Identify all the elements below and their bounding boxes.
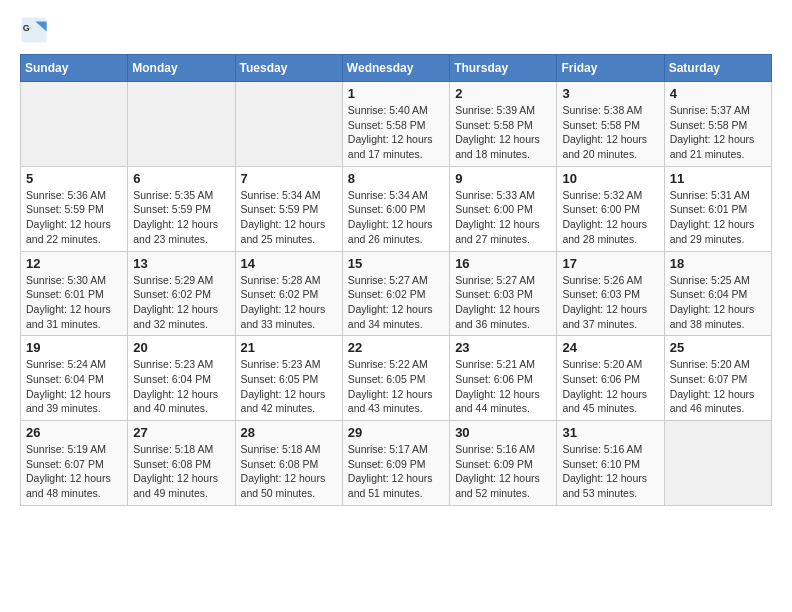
- day-info: Sunrise: 5:40 AM Sunset: 5:58 PM Dayligh…: [348, 103, 444, 162]
- day-info: Sunrise: 5:31 AM Sunset: 6:01 PM Dayligh…: [670, 188, 766, 247]
- day-info: Sunrise: 5:18 AM Sunset: 6:08 PM Dayligh…: [241, 442, 337, 501]
- day-info: Sunrise: 5:17 AM Sunset: 6:09 PM Dayligh…: [348, 442, 444, 501]
- calendar-header: SundayMondayTuesdayWednesdayThursdayFrid…: [21, 55, 772, 82]
- day-info: Sunrise: 5:30 AM Sunset: 6:01 PM Dayligh…: [26, 273, 122, 332]
- calendar-cell: 31Sunrise: 5:16 AM Sunset: 6:10 PM Dayli…: [557, 421, 664, 506]
- weekday-header-tuesday: Tuesday: [235, 55, 342, 82]
- day-info: Sunrise: 5:34 AM Sunset: 5:59 PM Dayligh…: [241, 188, 337, 247]
- calendar-cell: [128, 82, 235, 167]
- calendar-cell: 11Sunrise: 5:31 AM Sunset: 6:01 PM Dayli…: [664, 166, 771, 251]
- day-number: 7: [241, 171, 337, 186]
- day-number: 21: [241, 340, 337, 355]
- day-info: Sunrise: 5:23 AM Sunset: 6:04 PM Dayligh…: [133, 357, 229, 416]
- weekday-header-thursday: Thursday: [450, 55, 557, 82]
- weekday-header-sunday: Sunday: [21, 55, 128, 82]
- week-row-1: 5Sunrise: 5:36 AM Sunset: 5:59 PM Daylig…: [21, 166, 772, 251]
- calendar-cell: 10Sunrise: 5:32 AM Sunset: 6:00 PM Dayli…: [557, 166, 664, 251]
- day-info: Sunrise: 5:21 AM Sunset: 6:06 PM Dayligh…: [455, 357, 551, 416]
- day-info: Sunrise: 5:16 AM Sunset: 6:09 PM Dayligh…: [455, 442, 551, 501]
- week-row-4: 26Sunrise: 5:19 AM Sunset: 6:07 PM Dayli…: [21, 421, 772, 506]
- page: G SundayMondayTuesdayWednesdayThursdayFr…: [0, 0, 792, 526]
- calendar-cell: 20Sunrise: 5:23 AM Sunset: 6:04 PM Dayli…: [128, 336, 235, 421]
- day-number: 15: [348, 256, 444, 271]
- week-row-0: 1Sunrise: 5:40 AM Sunset: 5:58 PM Daylig…: [21, 82, 772, 167]
- calendar-cell: 23Sunrise: 5:21 AM Sunset: 6:06 PM Dayli…: [450, 336, 557, 421]
- day-info: Sunrise: 5:35 AM Sunset: 5:59 PM Dayligh…: [133, 188, 229, 247]
- svg-text:G: G: [23, 23, 30, 33]
- calendar-cell: 14Sunrise: 5:28 AM Sunset: 6:02 PM Dayli…: [235, 251, 342, 336]
- calendar-cell: 27Sunrise: 5:18 AM Sunset: 6:08 PM Dayli…: [128, 421, 235, 506]
- day-info: Sunrise: 5:32 AM Sunset: 6:00 PM Dayligh…: [562, 188, 658, 247]
- calendar-cell: 7Sunrise: 5:34 AM Sunset: 5:59 PM Daylig…: [235, 166, 342, 251]
- day-number: 10: [562, 171, 658, 186]
- day-number: 8: [348, 171, 444, 186]
- weekday-header-saturday: Saturday: [664, 55, 771, 82]
- day-number: 11: [670, 171, 766, 186]
- weekday-header-wednesday: Wednesday: [342, 55, 449, 82]
- day-number: 14: [241, 256, 337, 271]
- day-info: Sunrise: 5:28 AM Sunset: 6:02 PM Dayligh…: [241, 273, 337, 332]
- day-info: Sunrise: 5:27 AM Sunset: 6:02 PM Dayligh…: [348, 273, 444, 332]
- day-number: 12: [26, 256, 122, 271]
- calendar-cell: 2Sunrise: 5:39 AM Sunset: 5:58 PM Daylig…: [450, 82, 557, 167]
- week-row-2: 12Sunrise: 5:30 AM Sunset: 6:01 PM Dayli…: [21, 251, 772, 336]
- calendar: SundayMondayTuesdayWednesdayThursdayFrid…: [20, 54, 772, 506]
- day-info: Sunrise: 5:19 AM Sunset: 6:07 PM Dayligh…: [26, 442, 122, 501]
- day-info: Sunrise: 5:26 AM Sunset: 6:03 PM Dayligh…: [562, 273, 658, 332]
- weekday-header-monday: Monday: [128, 55, 235, 82]
- day-number: 2: [455, 86, 551, 101]
- day-number: 1: [348, 86, 444, 101]
- day-info: Sunrise: 5:25 AM Sunset: 6:04 PM Dayligh…: [670, 273, 766, 332]
- calendar-cell: 13Sunrise: 5:29 AM Sunset: 6:02 PM Dayli…: [128, 251, 235, 336]
- calendar-cell: [235, 82, 342, 167]
- week-row-3: 19Sunrise: 5:24 AM Sunset: 6:04 PM Dayli…: [21, 336, 772, 421]
- day-number: 31: [562, 425, 658, 440]
- day-number: 4: [670, 86, 766, 101]
- day-number: 24: [562, 340, 658, 355]
- day-number: 17: [562, 256, 658, 271]
- day-info: Sunrise: 5:38 AM Sunset: 5:58 PM Dayligh…: [562, 103, 658, 162]
- calendar-cell: 26Sunrise: 5:19 AM Sunset: 6:07 PM Dayli…: [21, 421, 128, 506]
- calendar-cell: 6Sunrise: 5:35 AM Sunset: 5:59 PM Daylig…: [128, 166, 235, 251]
- day-info: Sunrise: 5:16 AM Sunset: 6:10 PM Dayligh…: [562, 442, 658, 501]
- day-info: Sunrise: 5:37 AM Sunset: 5:58 PM Dayligh…: [670, 103, 766, 162]
- day-number: 19: [26, 340, 122, 355]
- day-number: 3: [562, 86, 658, 101]
- day-number: 16: [455, 256, 551, 271]
- calendar-cell: 17Sunrise: 5:26 AM Sunset: 6:03 PM Dayli…: [557, 251, 664, 336]
- calendar-cell: 8Sunrise: 5:34 AM Sunset: 6:00 PM Daylig…: [342, 166, 449, 251]
- calendar-cell: 21Sunrise: 5:23 AM Sunset: 6:05 PM Dayli…: [235, 336, 342, 421]
- day-info: Sunrise: 5:39 AM Sunset: 5:58 PM Dayligh…: [455, 103, 551, 162]
- weekday-header-row: SundayMondayTuesdayWednesdayThursdayFrid…: [21, 55, 772, 82]
- calendar-cell: 16Sunrise: 5:27 AM Sunset: 6:03 PM Dayli…: [450, 251, 557, 336]
- day-number: 20: [133, 340, 229, 355]
- day-number: 25: [670, 340, 766, 355]
- day-info: Sunrise: 5:20 AM Sunset: 6:07 PM Dayligh…: [670, 357, 766, 416]
- day-info: Sunrise: 5:20 AM Sunset: 6:06 PM Dayligh…: [562, 357, 658, 416]
- header: G: [20, 16, 772, 44]
- day-number: 6: [133, 171, 229, 186]
- calendar-cell: 25Sunrise: 5:20 AM Sunset: 6:07 PM Dayli…: [664, 336, 771, 421]
- day-number: 18: [670, 256, 766, 271]
- calendar-cell: 5Sunrise: 5:36 AM Sunset: 5:59 PM Daylig…: [21, 166, 128, 251]
- calendar-cell: 3Sunrise: 5:38 AM Sunset: 5:58 PM Daylig…: [557, 82, 664, 167]
- day-number: 5: [26, 171, 122, 186]
- calendar-cell: 22Sunrise: 5:22 AM Sunset: 6:05 PM Dayli…: [342, 336, 449, 421]
- day-number: 27: [133, 425, 229, 440]
- calendar-body: 1Sunrise: 5:40 AM Sunset: 5:58 PM Daylig…: [21, 82, 772, 506]
- calendar-cell: 28Sunrise: 5:18 AM Sunset: 6:08 PM Dayli…: [235, 421, 342, 506]
- day-info: Sunrise: 5:36 AM Sunset: 5:59 PM Dayligh…: [26, 188, 122, 247]
- day-number: 13: [133, 256, 229, 271]
- day-number: 26: [26, 425, 122, 440]
- day-number: 28: [241, 425, 337, 440]
- logo: G: [20, 16, 52, 44]
- calendar-cell: 30Sunrise: 5:16 AM Sunset: 6:09 PM Dayli…: [450, 421, 557, 506]
- logo-icon: G: [20, 16, 48, 44]
- day-number: 22: [348, 340, 444, 355]
- day-info: Sunrise: 5:18 AM Sunset: 6:08 PM Dayligh…: [133, 442, 229, 501]
- calendar-cell: [21, 82, 128, 167]
- calendar-cell: 4Sunrise: 5:37 AM Sunset: 5:58 PM Daylig…: [664, 82, 771, 167]
- day-info: Sunrise: 5:34 AM Sunset: 6:00 PM Dayligh…: [348, 188, 444, 247]
- day-number: 30: [455, 425, 551, 440]
- day-number: 23: [455, 340, 551, 355]
